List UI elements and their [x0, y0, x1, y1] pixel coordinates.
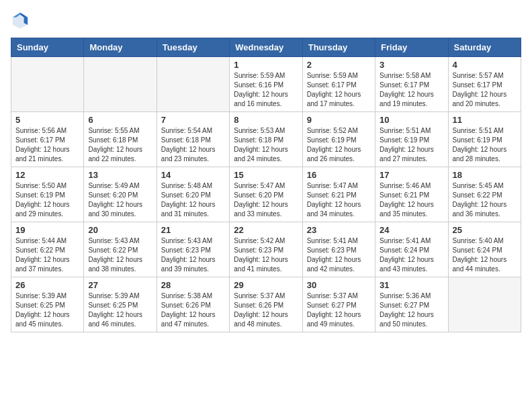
day-number: 29 — [234, 280, 298, 290]
day-number: 1 — [234, 60, 298, 70]
day-info: Sunrise: 5:39 AM Sunset: 6:25 PM Dayligh… — [88, 291, 152, 329]
day-number: 21 — [161, 225, 225, 235]
calendar-cell: 4Sunrise: 5:57 AM Sunset: 6:17 PM Daylig… — [448, 57, 521, 112]
calendar-header: SundayMondayTuesdayWednesdayThursdayFrid… — [11, 38, 521, 57]
day-number: 17 — [380, 170, 443, 180]
calendar-table: SundayMondayTuesdayWednesdayThursdayFrid… — [11, 38, 521, 332]
calendar-week-row: 5Sunrise: 5:56 AM Sunset: 6:17 PM Daylig… — [11, 112, 521, 167]
day-number: 26 — [15, 280, 79, 290]
day-number: 27 — [88, 280, 152, 290]
day-number: 22 — [234, 225, 298, 235]
day-number: 16 — [307, 170, 371, 180]
day-number: 12 — [15, 170, 79, 180]
day-info: Sunrise: 5:39 AM Sunset: 6:25 PM Dayligh… — [15, 291, 79, 329]
calendar-cell: 10Sunrise: 5:51 AM Sunset: 6:19 PM Dayli… — [375, 112, 448, 167]
calendar-cell: 2Sunrise: 5:59 AM Sunset: 6:17 PM Daylig… — [302, 57, 375, 112]
day-info: Sunrise: 5:56 AM Sunset: 6:17 PM Dayligh… — [15, 126, 79, 164]
calendar-cell: 6Sunrise: 5:55 AM Sunset: 6:18 PM Daylig… — [84, 112, 157, 167]
calendar-cell: 11Sunrise: 5:51 AM Sunset: 6:19 PM Dayli… — [448, 112, 521, 167]
calendar-cell: 8Sunrise: 5:53 AM Sunset: 6:18 PM Daylig… — [230, 112, 302, 167]
day-info: Sunrise: 5:43 AM Sunset: 6:22 PM Dayligh… — [88, 236, 152, 274]
calendar-cell: 22Sunrise: 5:42 AM Sunset: 6:23 PM Dayli… — [230, 222, 302, 277]
day-info: Sunrise: 5:49 AM Sunset: 6:20 PM Dayligh… — [88, 181, 152, 219]
day-number: 30 — [307, 280, 371, 290]
calendar-cell: 18Sunrise: 5:45 AM Sunset: 6:22 PM Dayli… — [448, 167, 521, 222]
day-number: 13 — [88, 170, 152, 180]
calendar-cell — [448, 277, 521, 332]
calendar-cell: 19Sunrise: 5:44 AM Sunset: 6:22 PM Dayli… — [11, 222, 84, 277]
logo — [11, 11, 32, 30]
day-info: Sunrise: 5:55 AM Sunset: 6:18 PM Dayligh… — [88, 126, 152, 164]
day-number: 3 — [380, 60, 443, 70]
page-header — [11, 11, 521, 30]
day-number: 18 — [453, 170, 517, 180]
calendar-cell — [11, 57, 84, 112]
weekday-header-row: SundayMondayTuesdayWednesdayThursdayFrid… — [11, 38, 521, 57]
day-number: 6 — [88, 115, 152, 125]
calendar-cell — [84, 57, 157, 112]
day-info: Sunrise: 5:57 AM Sunset: 6:17 PM Dayligh… — [453, 71, 517, 109]
calendar-cell: 7Sunrise: 5:54 AM Sunset: 6:18 PM Daylig… — [157, 112, 229, 167]
calendar-week-row: 12Sunrise: 5:50 AM Sunset: 6:19 PM Dayli… — [11, 167, 521, 222]
day-info: Sunrise: 5:36 AM Sunset: 6:27 PM Dayligh… — [380, 291, 443, 329]
calendar-cell: 26Sunrise: 5:39 AM Sunset: 6:25 PM Dayli… — [11, 277, 84, 332]
calendar-cell: 27Sunrise: 5:39 AM Sunset: 6:25 PM Dayli… — [84, 277, 157, 332]
day-number: 11 — [453, 115, 517, 125]
weekday-sunday: Sunday — [11, 38, 84, 57]
day-number: 9 — [307, 115, 371, 125]
day-number: 31 — [380, 280, 443, 290]
day-info: Sunrise: 5:52 AM Sunset: 6:19 PM Dayligh… — [307, 126, 371, 164]
day-info: Sunrise: 5:43 AM Sunset: 6:23 PM Dayligh… — [161, 236, 225, 274]
day-number: 7 — [161, 115, 225, 125]
calendar-cell: 16Sunrise: 5:47 AM Sunset: 6:21 PM Dayli… — [302, 167, 375, 222]
calendar-cell: 3Sunrise: 5:58 AM Sunset: 6:17 PM Daylig… — [375, 57, 448, 112]
day-info: Sunrise: 5:59 AM Sunset: 6:16 PM Dayligh… — [234, 71, 298, 109]
calendar-cell: 20Sunrise: 5:43 AM Sunset: 6:22 PM Dayli… — [84, 222, 157, 277]
weekday-tuesday: Tuesday — [157, 38, 229, 57]
weekday-wednesday: Wednesday — [230, 38, 302, 57]
day-info: Sunrise: 5:53 AM Sunset: 6:18 PM Dayligh… — [234, 126, 298, 164]
day-info: Sunrise: 5:47 AM Sunset: 6:21 PM Dayligh… — [307, 181, 371, 219]
day-info: Sunrise: 5:51 AM Sunset: 6:19 PM Dayligh… — [453, 126, 517, 164]
day-number: 19 — [15, 225, 79, 235]
day-number: 24 — [380, 225, 443, 235]
day-number: 23 — [307, 225, 371, 235]
calendar-cell: 12Sunrise: 5:50 AM Sunset: 6:19 PM Dayli… — [11, 167, 84, 222]
calendar-cell: 13Sunrise: 5:49 AM Sunset: 6:20 PM Dayli… — [84, 167, 157, 222]
calendar-week-row: 1Sunrise: 5:59 AM Sunset: 6:16 PM Daylig… — [11, 57, 521, 112]
calendar-cell: 17Sunrise: 5:46 AM Sunset: 6:21 PM Dayli… — [375, 167, 448, 222]
calendar-cell: 21Sunrise: 5:43 AM Sunset: 6:23 PM Dayli… — [157, 222, 229, 277]
day-info: Sunrise: 5:41 AM Sunset: 6:23 PM Dayligh… — [307, 236, 371, 274]
calendar-body: 1Sunrise: 5:59 AM Sunset: 6:16 PM Daylig… — [11, 57, 521, 332]
day-info: Sunrise: 5:38 AM Sunset: 6:26 PM Dayligh… — [161, 291, 225, 329]
day-number: 10 — [380, 115, 443, 125]
weekday-monday: Monday — [84, 38, 157, 57]
day-number: 8 — [234, 115, 298, 125]
calendar-week-row: 19Sunrise: 5:44 AM Sunset: 6:22 PM Dayli… — [11, 222, 521, 277]
calendar-cell: 28Sunrise: 5:38 AM Sunset: 6:26 PM Dayli… — [157, 277, 229, 332]
day-number: 28 — [161, 280, 225, 290]
day-info: Sunrise: 5:40 AM Sunset: 6:24 PM Dayligh… — [453, 236, 517, 274]
calendar-cell: 25Sunrise: 5:40 AM Sunset: 6:24 PM Dayli… — [448, 222, 521, 277]
calendar-week-row: 26Sunrise: 5:39 AM Sunset: 6:25 PM Dayli… — [11, 277, 521, 332]
day-info: Sunrise: 5:51 AM Sunset: 6:19 PM Dayligh… — [380, 126, 443, 164]
day-number: 4 — [453, 60, 517, 70]
day-info: Sunrise: 5:50 AM Sunset: 6:19 PM Dayligh… — [15, 181, 79, 219]
day-info: Sunrise: 5:59 AM Sunset: 6:17 PM Dayligh… — [307, 71, 371, 109]
weekday-thursday: Thursday — [302, 38, 375, 57]
day-info: Sunrise: 5:58 AM Sunset: 6:17 PM Dayligh… — [380, 71, 443, 109]
calendar-cell: 15Sunrise: 5:47 AM Sunset: 6:20 PM Dayli… — [230, 167, 302, 222]
calendar-cell: 14Sunrise: 5:48 AM Sunset: 6:20 PM Dayli… — [157, 167, 229, 222]
day-info: Sunrise: 5:41 AM Sunset: 6:24 PM Dayligh… — [380, 236, 443, 274]
calendar-cell: 23Sunrise: 5:41 AM Sunset: 6:23 PM Dayli… — [302, 222, 375, 277]
day-info: Sunrise: 5:54 AM Sunset: 6:18 PM Dayligh… — [161, 126, 225, 164]
day-number: 15 — [234, 170, 298, 180]
calendar-cell: 5Sunrise: 5:56 AM Sunset: 6:17 PM Daylig… — [11, 112, 84, 167]
calendar-cell: 29Sunrise: 5:37 AM Sunset: 6:26 PM Dayli… — [230, 277, 302, 332]
day-info: Sunrise: 5:46 AM Sunset: 6:21 PM Dayligh… — [380, 181, 443, 219]
day-info: Sunrise: 5:48 AM Sunset: 6:20 PM Dayligh… — [161, 181, 225, 219]
day-number: 14 — [161, 170, 225, 180]
day-info: Sunrise: 5:47 AM Sunset: 6:20 PM Dayligh… — [234, 181, 298, 219]
logo-icon — [11, 11, 30, 30]
day-info: Sunrise: 5:37 AM Sunset: 6:26 PM Dayligh… — [234, 291, 298, 329]
